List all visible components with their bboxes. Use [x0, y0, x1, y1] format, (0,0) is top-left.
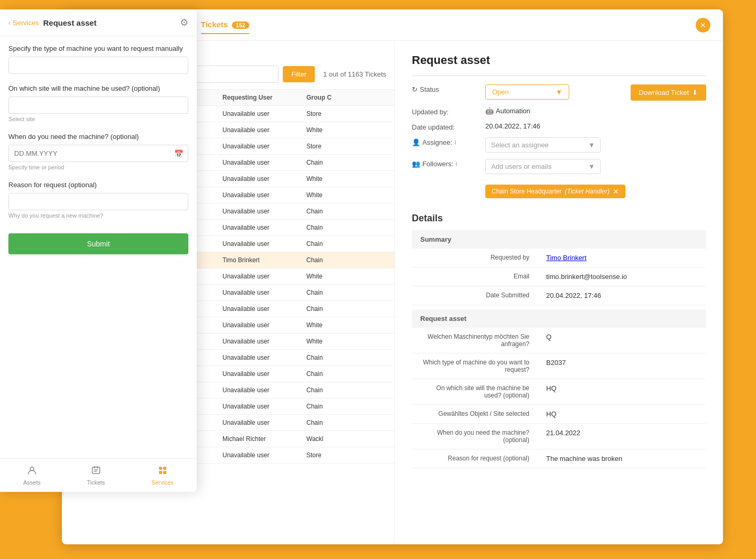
form-group-machine-type: Specify the type of machine you want to … [8, 45, 188, 74]
bottom-nav-assets[interactable]: Assets [13, 463, 51, 488]
submit-button[interactable]: Submit [8, 233, 188, 254]
row-group: Chain [306, 240, 386, 248]
request-row-label: Which type of machine do you want to req… [412, 353, 538, 379]
reason-input[interactable] [8, 193, 188, 210]
row-user: Unavailable user [222, 110, 306, 117]
row-user: Unavailable user [222, 321, 306, 329]
summary-header: Summary [412, 230, 706, 249]
machine-type-label: Specify the type of machine you want to … [8, 45, 188, 52]
reason-hint: Why do you request a new machine? [8, 212, 188, 219]
chevron-down-icon: ▼ [556, 88, 562, 96]
updated-by-value: 🤖 Automation [485, 107, 706, 115]
row-group: White [306, 338, 386, 345]
tickets-nav-icon [91, 465, 101, 478]
reason-label: Reason for request (optional) [8, 181, 188, 189]
details-section: Details Summary Requested by Timo Brinke… [412, 213, 706, 468]
form-header: ‹ Services Request asset ⚙ [0, 9, 197, 36]
svg-rect-2 [92, 467, 100, 474]
date-hint: Specify time or period [8, 164, 188, 170]
tickets-nav-label: Tickets [87, 479, 105, 486]
form-group-date: When do you need the machine? (optional)… [8, 133, 188, 170]
svg-rect-5 [159, 471, 162, 474]
row-user: Unavailable user [222, 126, 306, 134]
chevron-followers-icon: ▼ [588, 163, 595, 170]
row-user: Unavailable user [222, 224, 306, 231]
assignee-placeholder: Select an assignee [491, 141, 549, 149]
row-group: Chain [306, 289, 386, 296]
nav-tickets[interactable]: Tickets 152 [201, 16, 249, 34]
chevron-assignee-icon: ▼ [588, 141, 595, 149]
row-group: Chain [306, 256, 386, 264]
bottom-nav-tickets[interactable]: Tickets [77, 463, 115, 488]
row-user: Unavailable user [222, 289, 306, 296]
request-row-value: The machine was broken [538, 449, 631, 468]
row-group: Chain [306, 419, 386, 426]
row-group: Chain [306, 370, 386, 378]
date-input[interactable] [8, 145, 188, 162]
summary-row-value: Timo Brinkert [538, 249, 595, 267]
row-user: Unavailable user [222, 305, 306, 313]
summary-detail-row: Email timo.brinkert@toolsense.io [412, 267, 706, 286]
form-overlay: ‹ Services Request asset ⚙ Specify the t… [0, 9, 197, 492]
bottom-nav-services[interactable]: Services [141, 463, 184, 488]
summary-detail-row: Requested by Timo Brinkert [412, 249, 706, 267]
row-user: Unavailable user [222, 143, 306, 150]
machine-type-input[interactable] [8, 57, 188, 74]
status-select[interactable]: Open ▼ [485, 84, 569, 100]
date-input-wrapper: 📅 [8, 145, 188, 162]
row-user: Unavailable user [222, 386, 306, 394]
followers-select[interactable]: Add users or emails ▼ [485, 159, 601, 174]
row-group: Store [306, 143, 386, 150]
request-detail-row: Gewähltes Objekt / Site selected HQ [412, 405, 706, 424]
row-user: Unavailable user [222, 175, 306, 182]
date-updated-value: 20.04.2022, 17:46 [485, 122, 706, 130]
row-group: Chain [306, 208, 386, 215]
form-body: Specify the type of machine you want to … [0, 36, 197, 458]
download-button[interactable]: Download Ticket ⬇ [631, 84, 706, 101]
summary-row-value: timo.brinkert@toolsense.io [538, 267, 635, 286]
updated-by-row: Updated by: 🤖 Automation [412, 107, 706, 116]
summary-row-label: Requested by [412, 249, 538, 267]
row-user: Unavailable user [222, 240, 306, 248]
ticket-detail-title: Request asset [412, 53, 706, 67]
status-value-area: Open ▼ [485, 84, 631, 100]
close-button[interactable]: ✕ [696, 18, 710, 33]
nav-tickets-badge: 152 [232, 22, 249, 29]
updated-by-label: Updated by: [412, 107, 485, 116]
row-group: White [306, 273, 386, 280]
row-group: White [306, 321, 386, 329]
request-detail-row: Which type of machine do you want to req… [412, 353, 706, 379]
back-button[interactable]: ‹ Services [8, 19, 39, 27]
status-row: ↻ Status Open ▼ Download Ticket ⬇ [412, 84, 706, 101]
settings-icon[interactable]: ⚙ [180, 17, 188, 28]
row-group: Chain [306, 386, 386, 394]
request-row-label: On which site will the machine be used? … [412, 379, 538, 404]
row-user: Unavailable user [222, 191, 306, 199]
row-group: White [306, 191, 386, 199]
info-icon: ℹ [454, 139, 456, 145]
followers-select-area: Add users or emails ▼ [485, 159, 706, 174]
request-rows: Welchen Maschinentyp möchten Sie anfrage… [412, 328, 706, 468]
calendar-icon: 📅 [174, 149, 183, 158]
download-area: Download Ticket ⬇ [631, 84, 706, 101]
refresh-icon: ↻ [412, 85, 418, 93]
request-row-value: HQ [538, 379, 565, 404]
services-nav-icon [157, 465, 168, 478]
col-group: Group C [306, 94, 386, 101]
row-user: Unavailable user [222, 338, 306, 345]
bottom-nav: Assets Tickets Services [0, 458, 197, 492]
summary-row-link[interactable]: Timo Brinkert [546, 254, 587, 262]
request-row-label: Gewähltes Objekt / Site selected [412, 405, 538, 423]
handler-remove-button[interactable]: ✕ [613, 187, 619, 196]
filter-button[interactable]: Filter [283, 66, 315, 82]
assets-nav-label: Assets [23, 479, 40, 486]
request-row-label: Welchen Maschinentyp möchten Sie anfrage… [412, 328, 538, 353]
followers-label: 👥 Followers: ℹ [412, 159, 485, 168]
request-detail-row: Welchen Maschinentyp möchten Sie anfrage… [412, 328, 706, 353]
row-group: White [306, 126, 386, 134]
row-group: Chain [306, 354, 386, 361]
assignee-select[interactable]: Select an assignee ▼ [485, 137, 601, 153]
svg-rect-6 [163, 471, 166, 474]
site-input[interactable] [8, 96, 188, 114]
bot-icon: 🤖 [485, 107, 494, 115]
